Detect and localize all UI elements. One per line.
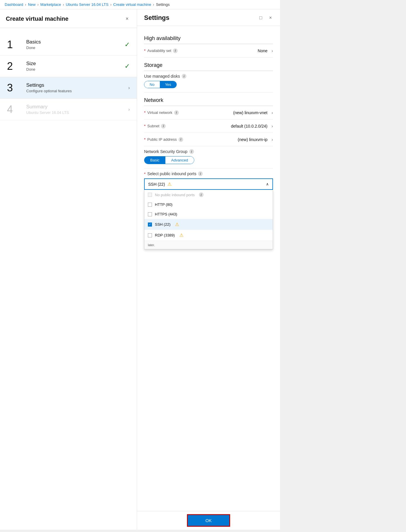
vnet-required: *	[144, 110, 146, 115]
panel-title: Create virtual machine	[6, 15, 69, 22]
public-ip-value-row[interactable]: (new) linuxvm-ip ›	[238, 137, 273, 142]
dropdown-item-ssh[interactable]: ✓ SSH (22) ⚠	[144, 219, 273, 230]
availability-set-required: *	[144, 48, 146, 53]
inbound-ports-row: * Select public inbound ports i SSH (22)…	[144, 168, 273, 190]
virtual-network-arrow-icon: ›	[272, 110, 273, 115]
step-3-info: Settings Configure optional features	[26, 82, 128, 93]
left-panel: Create virtual machine × 1 Basics Done ✓…	[0, 9, 137, 530]
dropdown-item-none[interactable]: No public inbound ports i	[144, 190, 273, 200]
inbound-ports-trigger[interactable]: SSH (22) ⚠ ∧	[144, 178, 273, 190]
maximize-button[interactable]: □	[257, 14, 265, 22]
step-3-number: 3	[7, 83, 22, 93]
dropdown-item-none-label: No public inbound ports	[155, 193, 195, 197]
dropdown-item-http-label: HTTP (80)	[155, 202, 172, 207]
step-3-desc: Configure optional features	[26, 89, 128, 93]
breadcrumb-sep-2: ›	[37, 2, 38, 7]
dropdown-item-https[interactable]: HTTPS (443)	[144, 209, 273, 219]
step-1-info: Basics Done	[26, 39, 125, 50]
public-ip-label-text: Public IP address	[147, 137, 177, 142]
checkbox-https	[148, 212, 152, 216]
availability-set-info-icon[interactable]: i	[173, 48, 178, 53]
breadcrumb-item-ubuntu[interactable]: Ubuntu Server 16.04 LTS	[66, 2, 108, 7]
inbound-ports-chevron-up-icon: ∧	[266, 182, 269, 186]
step-2-size[interactable]: 2 Size Done ✓	[0, 55, 137, 77]
managed-disks-label-row: Use managed disks i	[144, 74, 273, 79]
nsg-advanced-button[interactable]: Advanced	[165, 157, 194, 164]
virtual-network-value: (new) linuxvm-vnet	[233, 110, 267, 115]
availability-set-value-row[interactable]: None ›	[258, 48, 273, 53]
step-4-info: Summary Ubuntu Server 16.04 LTS	[26, 104, 128, 115]
ok-button[interactable]: OK	[187, 514, 230, 527]
managed-disks-no-button[interactable]: No	[144, 81, 160, 88]
dropdown-item-rdp[interactable]: RDP (3389) ⚠	[144, 230, 273, 241]
ports-required: *	[144, 172, 146, 176]
nsg-toggle[interactable]: Basic Advanced	[144, 156, 194, 164]
virtual-network-label: * Virtual network i	[144, 110, 179, 115]
managed-disks-toggle[interactable]: No Yes	[144, 81, 177, 88]
inbound-ports-info-icon[interactable]: i	[198, 171, 203, 176]
step-3-settings[interactable]: 3 Settings Configure optional features ›	[0, 77, 137, 99]
public-ip-info-icon[interactable]: i	[178, 137, 183, 142]
rdp-warning-icon: ⚠	[179, 232, 183, 238]
dropdown-item-none-info-icon: i	[199, 192, 204, 197]
high-availability-section-title: High availability	[144, 35, 273, 44]
managed-disks-info-icon[interactable]: i	[182, 74, 186, 79]
inbound-ports-warning-icon: ⚠	[167, 181, 172, 187]
breadcrumb-item-dashboard[interactable]: Dashboard	[5, 2, 23, 7]
breadcrumb-item-new[interactable]: New	[28, 2, 36, 7]
virtual-network-info-icon[interactable]: i	[174, 110, 179, 115]
subnet-row: * Subnet i default (10.0.2.0/24) ›	[144, 119, 273, 133]
inbound-ports-trigger-left: SSH (22) ⚠	[148, 181, 172, 187]
subnet-required: *	[144, 124, 146, 128]
nsg-label-row: Network Security Group i	[144, 149, 273, 154]
breadcrumb-item-create-vm[interactable]: Create virtual machine	[113, 2, 151, 7]
public-ip-arrow-icon: ›	[272, 137, 273, 142]
dropdown-item-http[interactable]: HTTP (80)	[144, 200, 273, 209]
step-2-checkmark-icon: ✓	[125, 62, 130, 70]
breadcrumb-item-marketplace[interactable]: Marketplace	[40, 2, 61, 7]
checkbox-http	[148, 203, 152, 207]
step-4-arrow-icon: ›	[128, 107, 130, 112]
close-button[interactable]: ×	[267, 14, 274, 22]
managed-disks-yes-button[interactable]: Yes	[160, 81, 176, 88]
breadcrumb-sep-3: ›	[63, 2, 64, 7]
checkbox-ssh: ✓	[148, 222, 152, 227]
public-ip-row: * Public IP address i (new) linuxvm-ip ›	[144, 133, 273, 146]
step-2-info: Size Done	[26, 61, 125, 72]
step-4-desc: Ubuntu Server 16.04 LTS	[26, 110, 128, 115]
availability-set-row: * Availability set i None ›	[144, 44, 273, 58]
dropdown-item-rdp-label: RDP (3389)	[155, 233, 175, 237]
step-3-name: Settings	[26, 82, 128, 88]
step-2-desc: Done	[26, 67, 125, 72]
settings-title: Settings	[144, 14, 169, 22]
network-section-title: Network	[144, 97, 273, 106]
inbound-ports-menu: No public inbound ports i HTTP (80)	[144, 190, 273, 249]
nsg-row: Network Security Group i Basic Advanced	[144, 146, 273, 168]
ok-button-container: OK	[137, 511, 280, 530]
virtual-network-value-row[interactable]: (new) linuxvm-vnet ›	[233, 110, 273, 115]
right-panel: Settings □ × High availability * Availab…	[137, 9, 280, 530]
step-4-name: Summary	[26, 104, 128, 110]
subnet-value-row[interactable]: default (10.0.2.0/24) ›	[231, 124, 273, 128]
left-panel-close-button[interactable]: ×	[123, 15, 131, 23]
step-2-name: Size	[26, 61, 125, 67]
panel-controls: □ ×	[257, 14, 274, 22]
right-panel-body: High availability * Availability set i N…	[137, 26, 280, 530]
inbound-ports-dropdown[interactable]: SSH (22) ⚠ ∧ No public inbound ports i	[144, 178, 273, 190]
breadcrumb-sep-1: ›	[25, 2, 26, 7]
step-3-arrow-icon: ›	[128, 85, 130, 91]
subnet-label: * Subnet i	[144, 124, 166, 128]
step-1-basics[interactable]: 1 Basics Done ✓	[0, 34, 137, 55]
subnet-info-icon[interactable]: i	[161, 124, 166, 128]
dropdown-item-https-label: HTTPS (443)	[155, 212, 177, 216]
nsg-basic-button[interactable]: Basic	[144, 157, 165, 164]
breadcrumb: Dashboard › New › Marketplace › Ubuntu S…	[0, 0, 280, 9]
subnet-label-text: Subnet	[147, 124, 159, 128]
step-4-summary[interactable]: 4 Summary Ubuntu Server 16.04 LTS ›	[0, 99, 137, 120]
left-panel-header: Create virtual machine ×	[0, 9, 137, 28]
nsg-label-text: Network Security Group	[144, 149, 188, 154]
managed-disks-label-text: Use managed disks	[144, 74, 180, 79]
nsg-info-icon[interactable]: i	[189, 149, 194, 154]
public-ip-value: (new) linuxvm-ip	[238, 137, 267, 142]
public-ip-label: * Public IP address i	[144, 137, 183, 142]
